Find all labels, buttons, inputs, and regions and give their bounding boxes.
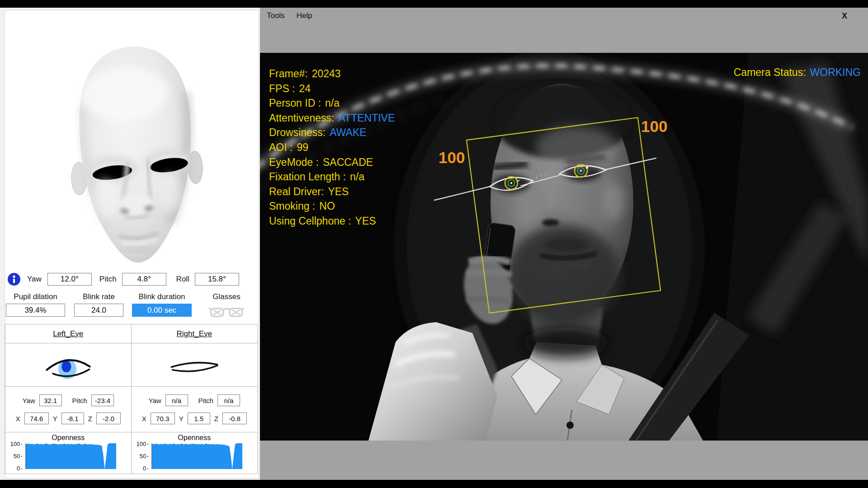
hud-attentiveness: Attentiveness:ATTENTIVE xyxy=(269,111,395,126)
ytick-100: 100 xyxy=(9,441,23,447)
hud-real-driver: Real Driver:YES xyxy=(269,184,395,199)
right-eye-values: Yaw n/a Pitch n/a X 70.3 Y 1.5 Z -0.8 xyxy=(132,387,258,432)
ytick-100: 100 xyxy=(135,441,149,447)
left-eye-column: Left_Eye Yaw 32.1 Pitch -23.4 xyxy=(5,324,132,474)
yaw-value-box: 12.0° xyxy=(47,273,92,286)
menu-bar: Tools Help xyxy=(267,11,312,20)
blink-duration-metric: Blink duration 0.00 sec xyxy=(132,292,192,317)
camera-status-value: WORKING xyxy=(810,66,861,78)
chart-title: Openness xyxy=(178,434,211,442)
right-eye-y-label: Y xyxy=(179,415,184,422)
camera-status: Camera Status:WORKING xyxy=(734,66,861,79)
face-score-right: 100 xyxy=(641,117,667,136)
face-model-3d xyxy=(55,40,217,268)
hud-fps: FPS :24 xyxy=(269,81,395,96)
driver-camera-feed: Frame#:20243 FPS :24 Person ID :n/a Atte… xyxy=(260,53,868,441)
blink-rate-value-box: 24.0 xyxy=(74,304,123,317)
right-eye-state-cell xyxy=(132,343,258,387)
left-eye-z-box: -2.0 xyxy=(96,413,121,424)
right-eye-x-label: X xyxy=(142,415,146,422)
left-eye-title: Left_Eye xyxy=(53,329,83,338)
analysis-side-panel: Yaw 12.0° Pitch 4.8° Roll 15.8° Pupil di… xyxy=(0,8,260,480)
no-glasses-icon xyxy=(209,305,244,320)
head-pose-row: Yaw 12.0° Pitch 4.8° Roll 15.8° xyxy=(5,272,258,287)
right-eye-yaw-label: Yaw xyxy=(149,397,161,404)
close-button[interactable]: X xyxy=(842,11,847,21)
pitch-label: Pitch xyxy=(99,275,117,284)
eye-data-table: Left_Eye Yaw 32.1 Pitch -23.4 xyxy=(5,324,258,474)
camera-status-label: Camera Status: xyxy=(734,66,806,78)
right-eye-openness-chart: Openness 100 50 0 xyxy=(132,432,258,473)
hud-frame: Frame#:20243 xyxy=(269,66,395,81)
chart-title: Openness xyxy=(52,434,85,442)
right-eye-pitch-box: n/a xyxy=(217,394,240,406)
hud-drowsiness: Drowsiness:AWAKE xyxy=(269,125,395,140)
analysis-card: Yaw 12.0° Pitch 4.8° Roll 15.8° Pupil di… xyxy=(5,10,259,479)
right-eye-z-box: -0.8 xyxy=(222,413,247,424)
hud-using-cellphone: Using Cellphone :YES xyxy=(269,214,395,229)
right-eye-y-box: 1.5 xyxy=(188,413,210,424)
right-eye-column: Right_Eye Yaw n/a Pitch n/a xyxy=(132,324,258,474)
right-eye-overlay xyxy=(521,158,656,186)
blink-duration-label: Blink duration xyxy=(138,292,185,301)
yaw-label: Yaw xyxy=(27,275,42,284)
blink-rate-label: Blink rate xyxy=(83,292,115,301)
left-eye-x-box: 74.6 xyxy=(24,413,49,424)
roll-value-box: 15.8° xyxy=(195,273,239,286)
open-eye-icon xyxy=(38,348,98,382)
menu-item-help[interactable]: Help xyxy=(297,11,312,20)
right-eye-z-label: Z xyxy=(214,415,218,422)
glasses-label: Glasses xyxy=(212,292,240,301)
hud-smoking: Smoking :NO xyxy=(269,199,395,214)
screenshot-root: Yaw 12.0° Pitch 4.8° Roll 15.8° Pupil di… xyxy=(0,0,868,488)
app-window: Yaw 12.0° Pitch 4.8° Roll 15.8° Pupil di… xyxy=(0,8,868,480)
blink-duration-value-box: 0.00 sec xyxy=(132,304,192,317)
left-eye-y-box: -8.1 xyxy=(61,413,84,424)
glasses-metric: Glasses xyxy=(205,292,248,320)
face-score-left: 100 xyxy=(439,149,465,167)
right-eye-header: Right_Eye xyxy=(132,324,258,343)
blink-rate-metric: Blink rate 24.0 xyxy=(74,292,123,317)
face-mask-3d-icon xyxy=(55,40,217,268)
info-icon[interactable] xyxy=(7,272,21,286)
menu-item-tools[interactable]: Tools xyxy=(267,11,285,20)
right-eye-pitch-label: Pitch xyxy=(198,397,213,404)
hud-fixation-length: Fixation Length :n/a xyxy=(269,169,395,184)
right-eye-title: Right_Eye xyxy=(177,329,212,338)
left-eye-yaw-box: 32.1 xyxy=(39,394,62,406)
ytick-50: 50 xyxy=(9,453,23,459)
openness-area-chart xyxy=(26,443,116,469)
left-eye-x-label: X xyxy=(16,415,20,422)
face-bounding-box xyxy=(467,117,660,313)
telemetry-hud: Frame#:20243 FPS :24 Person ID :n/a Atte… xyxy=(269,66,395,229)
left-eye-header: Left_Eye xyxy=(5,324,131,343)
metrics-row: Pupil dilation 39.4% Blink rate 24.0 Bli… xyxy=(6,292,258,320)
right-eye-x-box: 70.3 xyxy=(151,413,175,424)
hud-person-id: Person ID :n/a xyxy=(269,96,395,111)
pitch-value-box: 4.8° xyxy=(122,273,166,286)
ytick-0: 0 xyxy=(9,465,23,471)
left-eye-yaw-label: Yaw xyxy=(23,397,35,404)
left-eye-values: Yaw 32.1 Pitch -23.4 X 74.6 Y -8.1 Z -2.… xyxy=(5,387,131,432)
hud-aoi: AOI :99 xyxy=(269,140,395,155)
ytick-50: 50 xyxy=(135,453,149,459)
hud-eyemode: EyeMode :SACCADE xyxy=(269,155,395,170)
left-eye-pitch-box: -23.4 xyxy=(91,394,114,406)
roll-label: Roll xyxy=(176,275,189,284)
left-eye-overlay xyxy=(434,174,547,200)
left-eye-pitch-label: Pitch xyxy=(72,397,87,404)
pupil-dilation-metric: Pupil dilation 39.4% xyxy=(6,292,65,317)
closed-eye-icon xyxy=(165,348,224,382)
openness-area-chart xyxy=(152,443,242,469)
left-eye-y-label: Y xyxy=(53,415,57,422)
left-eye-openness-chart: Openness 100 50 0 xyxy=(5,432,131,473)
pupil-dilation-label: Pupil dilation xyxy=(14,292,57,301)
ytick-0: 0 xyxy=(135,465,149,471)
right-eye-yaw-box: n/a xyxy=(165,394,188,406)
left-eye-state-cell xyxy=(5,343,131,387)
pupil-dilation-value-box: 39.4% xyxy=(6,304,65,317)
left-eye-z-label: Z xyxy=(88,415,92,422)
